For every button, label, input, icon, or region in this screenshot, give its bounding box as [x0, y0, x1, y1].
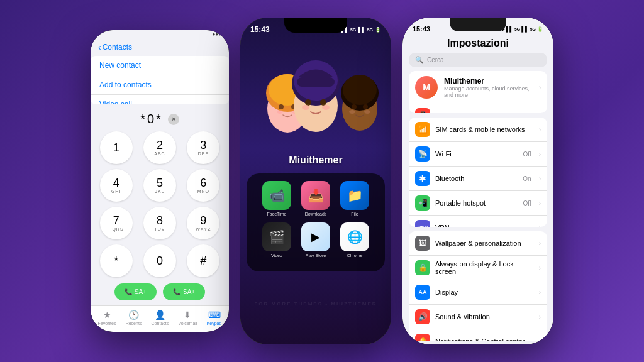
bottom-nav: ★ Favorites 🕐 Recents 👤 Contacts ⬇ Voice…	[91, 305, 229, 332]
profile-info: Miuithemer Manage accounts, cloud servic…	[444, 77, 530, 98]
sim-icon: 📶	[415, 122, 430, 137]
nav-keypad-label: Keypad	[207, 321, 222, 326]
call-btn-1[interactable]: 📞 SA+	[114, 283, 157, 300]
wifi-value: Off	[523, 151, 531, 158]
nav-recents-label: Recents	[126, 321, 142, 326]
bluetooth-chevron-icon: ›	[539, 175, 541, 182]
settings-list: M Miuithemer Manage accounts, cloud serv…	[402, 71, 553, 344]
settings-search[interactable]: 🔍 Cerca	[409, 53, 547, 67]
display-icon: AA	[415, 285, 430, 300]
iphone-icon: 📱	[415, 108, 430, 113]
dial-number-display: *0*	[140, 112, 163, 126]
nav-contacts-label: Contacts	[152, 321, 169, 326]
key-7[interactable]: 7PQRS	[100, 207, 133, 239]
phone1-nav: ‹ Contacts	[91, 38, 229, 56]
phone-keypad: ●●● ‹ Contacts New contact Add to contac…	[91, 30, 229, 332]
wifi-icon: 📡	[415, 146, 430, 162]
app-facetime[interactable]: 📹 FaceTime	[262, 181, 291, 216]
svg-point-12	[302, 105, 309, 110]
files-icon: 📁	[340, 181, 369, 210]
app-playstore[interactable]: ▶ Play Store	[301, 222, 330, 258]
nav-keypad[interactable]: ⌨ Keypad	[207, 310, 222, 326]
iphone-label: iPhone 13.1 Pro	[435, 112, 531, 113]
app-video[interactable]: 🎬 Video	[262, 222, 291, 258]
5g-label-3: 5G	[514, 27, 520, 31]
hotspot-row[interactable]: 📲 Portable hotspot Off ›	[409, 191, 547, 216]
notifications-row[interactable]: 🔔 Notifications & Control center ›	[409, 329, 547, 341]
star-icon: ★	[103, 310, 111, 320]
phone3-status-icons: ✱ ▌▌ 5G ▌▌ 5G 🔋	[501, 26, 543, 32]
svg-point-5	[277, 110, 283, 114]
keypad-grid: 1 2ABC 3DEF 4GHI 5JKL 6MNO 7PQRS 8TUV 9W…	[97, 131, 223, 277]
profile-row[interactable]: M Miuithemer Manage accounts, cloud serv…	[409, 71, 547, 104]
wifi-row[interactable]: 📡 Wi-Fi Off ›	[409, 142, 547, 167]
key-6[interactable]: 6MNO	[187, 169, 219, 202]
phone1-screen: ●●● ‹ Contacts New contact Add to contac…	[91, 30, 229, 332]
key-4[interactable]: 4GHI	[100, 169, 133, 202]
chrome-label: Chrome	[347, 253, 363, 258]
dial-clear-button[interactable]: ✕	[168, 114, 179, 125]
display-label: Display	[435, 288, 531, 296]
vpn-row[interactable]: VPN VPN ›	[409, 216, 547, 227]
call-btn-2[interactable]: 📞 SA+	[163, 283, 205, 300]
app-downloads[interactable]: 📥 Downloads	[301, 181, 330, 216]
profile-chevron-icon: ›	[539, 84, 541, 91]
contacts-menu: New contact Add to contacts Video call S…	[91, 56, 229, 104]
lockscreen-label: Always-on display & Lock screen	[435, 260, 531, 275]
key-3[interactable]: 3DEF	[187, 131, 219, 164]
add-to-contacts-item[interactable]: Add to contacts	[91, 75, 229, 95]
apps-row-2: 🎬 Video ▶ Play Store 🌐 Chrome	[254, 222, 377, 258]
sim-row[interactable]: 📶 SIM cards & mobile networks ›	[409, 118, 547, 142]
nav-favorites[interactable]: ★ Favorites	[98, 310, 116, 326]
key-9[interactable]: 9WXYZ	[187, 207, 219, 239]
key-1[interactable]: 1	[100, 131, 133, 164]
key-hash[interactable]: #	[187, 244, 219, 277]
key-2[interactable]: 2ABC	[143, 131, 176, 164]
sound-chevron-icon: ›	[539, 314, 541, 321]
app-files[interactable]: 📁 File	[340, 181, 369, 216]
apps-area: 📹 FaceTime 📥 Downloads 📁 File 🎬 Video	[247, 173, 385, 272]
svg-point-20	[349, 110, 355, 114]
hotspot-icon: 📲	[415, 195, 430, 211]
key-5[interactable]: 5JKL	[143, 169, 176, 202]
dialpad: *0* ✕ 1 2ABC 3DEF 4GHI 5JKL 6MNO 7PQRS 8…	[91, 108, 229, 305]
nav-voicemail[interactable]: ⬇ Voicemail	[178, 310, 197, 326]
profile-section: M Miuithemer Manage accounts, cloud serv…	[409, 71, 547, 113]
app-chrome[interactable]: 🌐 Chrome	[340, 222, 369, 258]
sound-row[interactable]: 🔊 Sound & vibration ›	[409, 305, 547, 329]
playstore-icon: ▶	[301, 222, 330, 251]
lockscreen-chevron-icon: ›	[539, 265, 541, 272]
nav-voicemail-label: Voicemail	[178, 321, 197, 326]
phone1-signal: ●●●	[213, 31, 222, 37]
5g-badge-2: 5G	[367, 28, 373, 32]
wallpaper-row[interactable]: 🖼 Wallpaper & personalization ›	[409, 231, 547, 256]
iphone-row[interactable]: 📱 iPhone 13.1 Pro ›	[409, 104, 547, 113]
signal-icon-4: ▌▌	[521, 26, 528, 32]
5g-label-4: 5G	[530, 27, 536, 31]
vpn-icon: VPN	[415, 220, 430, 227]
new-contact-item[interactable]: New contact	[91, 56, 229, 75]
key-star[interactable]: *	[100, 244, 133, 277]
video-call-item[interactable]: Video call	[91, 95, 229, 104]
notifications-label: Notifications & Control center	[435, 337, 531, 341]
svg-point-21	[364, 110, 370, 114]
video-label: Video	[271, 253, 282, 258]
phone-icon-1: 📞	[125, 288, 132, 295]
svg-point-10	[305, 99, 311, 106]
key-8[interactable]: 8TUV	[143, 207, 176, 239]
phone3-screen: 15:43 ✱ ▌▌ 5G ▌▌ 5G 🔋 Impostazioni 🔍 Cer…	[402, 18, 553, 344]
svg-point-3	[279, 104, 284, 109]
lockscreen-row[interactable]: 🔒 Always-on display & Lock screen ›	[409, 256, 547, 280]
key-0[interactable]: 0	[143, 244, 176, 277]
back-contacts-button[interactable]: ‹ Contacts	[98, 42, 132, 52]
display-chevron-icon: ›	[539, 289, 541, 296]
files-label: File	[351, 212, 358, 216]
battery-icon: 🔋	[375, 27, 381, 33]
nav-contacts[interactable]: 👤 Contacts	[152, 310, 169, 326]
lockscreen-icon: 🔒	[415, 260, 430, 275]
phone2-notch	[284, 18, 347, 33]
watermark: FOR MORE THEMES • MIUZTHEMER	[240, 301, 391, 307]
nav-recents[interactable]: 🕐 Recents	[126, 310, 142, 326]
bluetooth-row[interactable]: ✱ Bluetooth On ›	[409, 167, 547, 191]
display-row[interactable]: AA Display ›	[409, 280, 547, 305]
